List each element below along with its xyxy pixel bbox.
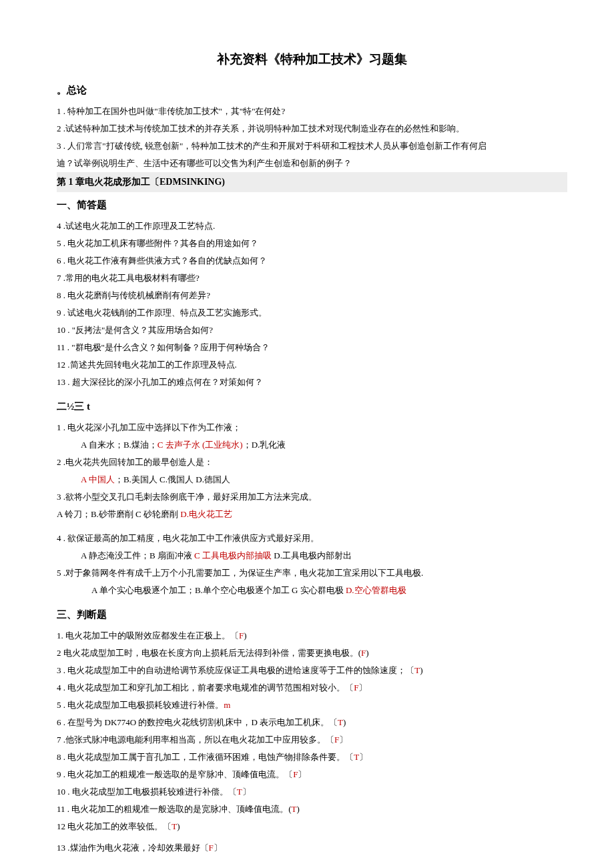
intro-q1: 1 . 特种加工在国外也叫做"非传统加工技术"，其"特"在何处? [57,103,567,120]
chapter-1-header: 第 1 章电火花成形加工〔EDMSINKING) [57,172,567,192]
judge-q1-text: 1. 电火花加工中的吸附效应都发生在正极上。〔 [57,630,239,640]
choice-q1-opt-post: ；D.乳化液 [243,440,286,450]
section-judge-heading: 三、判断题 [57,604,567,624]
choice-q2-opt-post: ；B.美国人 C.俄国人 D.德国人 [115,474,230,484]
choice-q3-opt-pre: A 铃刀；B.砂带磨削 C 砂轮磨削 [57,509,180,519]
short-q10: 10 . "反拷法"是何含义？其应用场合如何? [57,322,567,339]
judge-q3-post: ) [420,665,422,675]
choice-q5-options: A 单个实心电极逐个加工；B.单个空心电极逐个加工 G 实心群电极 D.空心管群… [57,582,567,599]
judge-q4-post: 〕 [358,683,367,693]
short-q6: 6 . 电火花工作液有舞些供液方式？各自的优缺点如何？ [57,252,567,270]
choice-q3-options: A 铃刀；B.砂带磨削 C 砂轮磨削 D.电火花工艺 [57,506,567,523]
judge-q13-post: 〕 [214,843,222,853]
judge-q2: 2 电火花成型加工时，电极在长度方向上损耗后无法得到补偿，需要更换电极。(F) [57,644,567,662]
short-q11: 11 . "群电极"是什么含义？如何制备？应用于何种场合？ [57,339,567,356]
choice-q5-opt-pre: A 单个实心电极逐个加工；B.单个空心电极逐个加工 G 实心群电极 [91,585,346,595]
judge-q9-post: 〕 [298,769,306,779]
section-intro-heading: 。总论 [57,80,567,100]
judge-q6-answer: T [338,717,343,727]
section-choice-heading: 二½三 t [57,396,567,416]
judge-q9: 9 . 电火花加工的粗规准一般选取的是窄脉冲、顶峰值电流。〔F〕 [57,766,567,783]
choice-q1-options: A 自来水；B.煤油；C 去声子水 (工业纯水)；D.乳化液 [57,436,567,454]
choice-q4-options: A 静态淹没工件；B 扇面冲液 C 工具电极内部抽吸 D.工具电极内部射出 [57,547,567,564]
choice-q1-opt-pre: A 自来水；B.煤油； [81,440,158,450]
judge-q12-answer: T [172,821,177,831]
judge-q13-text: 13 .煤油作为电火花液，冷却效果最好〔 [57,843,209,853]
judge-q3-answer: T [414,665,420,675]
judge-q8-post: 〕 [359,752,368,762]
judge-q13-answer: F [209,843,214,853]
judge-q9-text: 9 . 电火花加工的粗规准一般选取的是窄脉冲、顶峰值电流。〔 [57,769,293,779]
judge-q2-post: ) [366,648,368,658]
judge-q1: 1. 电火花加工中的吸附效应都发生在正极上。〔F) [57,627,567,644]
choice-q2: 2 .电火花共先回转加工的最早创造人是： [57,454,567,471]
choice-q4: 4 . 欲保证最高的加工精度，电火花加工中工作液供应方式最好采用。 [57,530,567,547]
judge-q11-text: 11 . 电火花加工的粗规准一般选取的是宽脉冲、顶峰值电流。( [57,804,292,814]
judge-q8-text: 8 . 电火花成型加工属于盲孔加工，工作液循环困难，电蚀产物排除条件要。〔 [57,752,354,762]
choice-q4-opt-pre: A 静态淹没工件；B 扇面冲液 [81,550,194,560]
choice-q2-options: A 中国人；B.美国人 C.俄国人 D.德国人 [57,471,567,488]
choice-q4-answer: C 工具电极内部抽吸 [194,550,274,560]
judge-q3-text: 3 . 电火花成型加工中的自动进给调节系统应保证工具电极的进给速度等于工件的蚀除… [57,665,414,675]
short-q8: 8 . 电火花磨削与传统机械磨削有何差异? [57,287,567,304]
judge-q2-text: 2 电火花成型加工时，电极在长度方向上损耗后无法得到补偿，需要更换电极。( [57,648,361,658]
judge-q7: 7 .他张式脉冲电源电能利用率相当高，所以在电火花加工中应用较多。〔F〕 [57,731,567,749]
judge-q6-text: 6 . 在型号为 DK774O 的数控电火花线切割机床中，D 表示电加工机床。〔 [57,717,338,727]
judge-q12-text: 12 电火花加工的效率较低。〔 [57,821,172,831]
choice-q4-opt-post: D.工具电极内部射出 [274,550,352,560]
judge-q7-text: 7 .他张式脉冲电源电能利用率相当高，所以在电火花加工中应用较多。〔 [57,735,334,745]
choice-q5-answer: D.空心管群电极 [346,585,406,595]
judge-q4-text: 4 . 电火花成型加工和穿孔加工相比，前者要求电规准的调节范围相对较小。〔 [57,683,354,693]
judge-q5: 5 . 电火花成型加工电极损耗较难进行补偿。m [57,697,567,714]
judge-q13: 13 .煤油作为电火花液，冷却效果最好〔F〕 [57,839,567,857]
judge-q3: 3 . 电火花成型加工中的自动进给调节系统应保证工具电极的进给速度等于工件的蚀除… [57,662,567,679]
short-q5: 5 . 电火花加工机床有哪些附件？其各自的用途如何？ [57,235,567,252]
short-q13: 13 . 超大深径比的深小孔加工的难点何在？对策如何？ [57,374,567,391]
judge-q5-text: 5 . 电火花成型加工电极损耗较难进行补偿。 [57,700,224,710]
short-q7: 7 .常用的电火花工具电极材料有哪些? [57,270,567,287]
page-title: 补充资料《特种加工技术》习题集 [57,47,567,72]
choice-q1-answer: C 去声子水 (工业纯水) [158,440,243,450]
judge-q10: 10 . 电火花成型加工电极损耗较难进行补偿。〔T〕 [57,783,567,801]
intro-q3-line2: 迪？试举例说明生产、生活中还有哪些可以交售为利产生创造和创新的例子？ [57,155,567,172]
judge-q8-answer: T [354,752,359,762]
intro-q3-line1: 3 . 人们常言"打破传统, 锐意创新"，特种加工技术的产生和开展对于科研和工程… [57,137,567,155]
judge-q10-text: 10 . 电火花成型加工电极损耗较难进行补偿。〔 [57,787,237,797]
judge-q5-answer: m [224,700,230,710]
judge-q10-post: 〕 [242,787,251,797]
judge-q11-post: ) [297,804,300,814]
choice-q3-answer: D.电火花工艺 [180,509,232,519]
judge-q6-post: ) [343,717,346,727]
judge-q10-answer: T [237,787,242,797]
judge-q1-post: ) [244,630,246,640]
judge-q11-answer: T [292,804,297,814]
choice-q2-answer: A 中国人 [81,474,115,484]
intro-q2: 2 .试述特种加工技术与传统加工技术的并存关系，并说明特种加工技术对现代制造业存… [57,120,567,137]
short-q4: 4 .试述电火花加工的工作原理及工艺特点. [57,218,567,235]
judge-q6: 6 . 在型号为 DK774O 的数控电火花线切割机床中，D 表示电加工机床。〔… [57,714,567,731]
judge-q4: 4 . 电火花成型加工和穿孔加工相比，前者要求电规准的调节范围相对较小。〔F〕 [57,679,567,697]
judge-q12: 12 电火花加工的效率较低。〔T) [57,818,567,835]
judge-q7-post: 〕 [339,735,348,745]
choice-q3: 3 .欲将小型交叉孔口毛刺去除例底干净，最好采用加工方法来完成。 [57,488,567,506]
judge-q12-post: ) [177,821,180,831]
section-short-answer-heading: 一、简答题 [57,195,567,215]
short-q12: 12 .简述共先回转电火花加工的工作原理及特点. [57,356,567,374]
judge-q8: 8 . 电火花成型加工属于盲孔加工，工作液循环困难，电蚀产物排除条件要。〔T〕 [57,749,567,766]
choice-q1: 1 . 电火花深小孔加工应中选择以下作为工作液； [57,419,567,436]
choice-q5: 5 .对于象筛网冬件有成千上万个小孔需要加工，为保证生产率，电火花加工宜采用以下… [57,564,567,582]
judge-q11: 11 . 电火花加工的粗规准一般选取的是宽脉冲、顶峰值电流。(T) [57,801,567,818]
short-q9: 9 . 试述电火花钱削的工作原理、特点及工艺实施形式。 [57,304,567,322]
